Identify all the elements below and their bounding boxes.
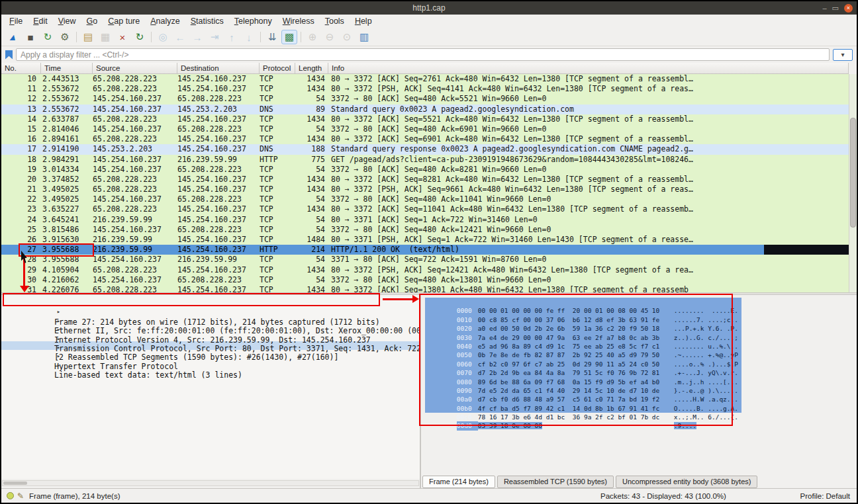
- cell-time: 3.645241: [41, 215, 93, 225]
- separator: [301, 32, 301, 42]
- packet-row[interactable]: 20 3.374852 65.208.228.223 145.254.160.2…: [1, 175, 849, 185]
- byte-view-tab[interactable]: Frame (214 bytes): [422, 476, 495, 488]
- colorize-icon[interactable]: ▩: [281, 30, 297, 44]
- column-header[interactable]: Time: [41, 63, 93, 73]
- hex-bytes: 03 39 18 0e 00 00: [478, 422, 542, 429]
- scrollbar-thumb[interactable]: [850, 118, 856, 228]
- close-button[interactable]: ×: [844, 4, 853, 13]
- hex-offset: 0050: [457, 351, 478, 359]
- packet-row[interactable]: 11 2.553672 65.208.228.223 145.254.160.2…: [1, 84, 849, 94]
- cell-destination: 145.254.160.237: [177, 245, 260, 255]
- menu-tools[interactable]: Tools: [320, 15, 350, 28]
- detail-row[interactable]: ▸ Frame 27: 214 bytes on wire (1712 bits…: [1, 297, 420, 306]
- byte-view-tab[interactable]: Reassembled TCP (1590 bytes): [497, 476, 614, 488]
- column-header[interactable]: Protocol: [260, 63, 295, 73]
- cell-no: 21: [1, 185, 41, 194]
- packet-row[interactable]: 23 3.635227 65.208.228.223 145.254.160.2…: [1, 204, 849, 214]
- byte-view-tab[interactable]: Uncompressed entity body (3608 bytes): [616, 476, 757, 488]
- column-header[interactable]: Length: [295, 63, 328, 73]
- menu-capture-placeholder-unused[interactable]: Cap ture: [103, 15, 145, 28]
- cell-time: 2.814046: [41, 124, 93, 134]
- packet-row[interactable]: 18 2.984291 145.254.160.237 216.239.59.9…: [1, 155, 849, 165]
- cell-no: 14: [1, 114, 41, 124]
- cell-info: 80 → 3372 [ACK] Seq=11041 Ack=480 Win=64…: [328, 204, 849, 214]
- packet-row[interactable]: 22 3.495025 145.254.160.237 65.208.228.2…: [1, 194, 849, 204]
- menu-go[interactable]: Go: [81, 15, 103, 28]
- separator: [151, 32, 152, 42]
- packet-row[interactable]: 15 2.814046 145.254.160.237 65.208.228.2…: [1, 124, 849, 134]
- scrollbar-thumb[interactable]: [3, 482, 27, 485]
- hex-row[interactable]: 000000 00 01 00 00 00 fe ff 20 00 01 00 …: [425, 298, 741, 306]
- menu-file[interactable]: File: [4, 15, 28, 28]
- restart-capture-icon[interactable]: ↻: [40, 30, 56, 44]
- packet-row[interactable]: 31 4.226076 65.208.228.223 145.254.160.2…: [1, 285, 849, 292]
- capture-options-icon[interactable]: ⚙: [57, 30, 73, 44]
- window-title: http1.cap: [412, 3, 445, 13]
- hex-ascii: x..;.M.. 6./...{.: [674, 413, 738, 421]
- cell-length: 1434: [295, 265, 328, 275]
- cell-destination: 145.254.160.237: [177, 204, 260, 214]
- packet-row[interactable]: 24 3.645241 216.239.59.99 145.254.160.23…: [1, 215, 849, 225]
- hex-ascii: }.-.e..@ ).\.....: [674, 387, 738, 394]
- menu-help[interactable]: Help: [350, 15, 377, 28]
- menu-view[interactable]: View: [53, 15, 81, 28]
- cell-no: 15: [1, 124, 41, 134]
- stop-capture-icon[interactable]: ■: [23, 30, 38, 44]
- packet-row[interactable]: 19 3.014334 145.254.160.237 65.208.228.2…: [1, 165, 849, 175]
- menu-telephony[interactable]: Telephony: [229, 15, 277, 28]
- cell-source: 65.208.228.223: [93, 134, 177, 144]
- packet-row[interactable]: 14 2.633787 65.208.228.223 145.254.160.2…: [1, 114, 849, 124]
- minimize-button[interactable]: –: [822, 3, 826, 13]
- packet-row[interactable]: 10 2.443513 65.208.228.223 145.254.160.2…: [1, 74, 849, 84]
- bookmark-icon[interactable]: [5, 50, 13, 60]
- detail-row[interactable]: ▸ Ethernet II, Src: fe:ff:20:00:01:00 (f…: [1, 306, 420, 314]
- cell-length: 54: [295, 124, 328, 134]
- hex-bytes: d7 cb f0 d6 88 48 a9 57 c5 61 c0 71 7a b…: [478, 396, 660, 403]
- column-header[interactable]: Destination: [177, 63, 260, 73]
- cell-length: 188: [295, 144, 328, 154]
- expander-icon[interactable]: ▸: [54, 361, 63, 370]
- cell-protocol: TCP: [260, 255, 295, 265]
- cell-source: 145.254.160.237: [93, 194, 177, 204]
- packet-row[interactable]: 12 2.553672 145.254.160.237 65.208.228.2…: [1, 94, 849, 104]
- cell-protocol: TCP: [260, 194, 295, 204]
- menu-wireless[interactable]: Wireless: [277, 15, 320, 28]
- capture-comment-icon[interactable]: ✎: [17, 491, 24, 501]
- packet-row[interactable]: 21 3.495025 65.208.228.223 145.254.160.2…: [1, 185, 849, 194]
- expert-info-icon[interactable]: [7, 492, 14, 499]
- cell-time: 4.226076: [41, 285, 93, 292]
- packet-row[interactable]: 16 2.894161 65.208.228.223 145.254.160.2…: [1, 134, 849, 144]
- display-filter-input[interactable]: [16, 48, 830, 61]
- menu-statistics[interactable]: Statistics: [185, 15, 229, 28]
- packet-row[interactable]: 28 3.955688 145.254.160.237 216.239.59.9…: [1, 255, 849, 265]
- filter-dropdown-button[interactable]: ▾: [833, 49, 853, 61]
- resize-columns-icon[interactable]: ▥: [356, 30, 372, 44]
- maximize-button[interactable]: ▭: [832, 3, 839, 13]
- cell-destination: 145.254.160.237: [177, 84, 260, 94]
- menu-edit[interactable]: Edit: [28, 15, 53, 28]
- packet-row[interactable]: 25 3.815486 145.254.160.237 65.208.228.2…: [1, 225, 849, 235]
- menu-analyze[interactable]: Analyze: [145, 15, 185, 28]
- packet-row[interactable]: 17 2.914190 145.253.2.203 145.254.160.23…: [1, 144, 849, 154]
- status-profile[interactable]: Profile: Default: [800, 492, 850, 500]
- packet-row[interactable]: 27 3.955688 216.239.59.99 145.254.160.23…: [1, 245, 849, 255]
- reload-file-icon[interactable]: ↻: [132, 30, 148, 44]
- packet-row[interactable]: 29 4.105904 65.208.228.223 145.254.160.2…: [1, 265, 849, 275]
- start-capture-icon[interactable]: ▲: [3, 30, 23, 44]
- hex-bytes: 0b 7e 8e de fb 82 87 87 2b 92 25 40 a5 d…: [478, 351, 660, 358]
- column-header[interactable]: No.: [1, 63, 41, 73]
- open-file-icon[interactable]: ▤: [80, 30, 96, 44]
- cell-no: 31: [1, 285, 41, 292]
- packet-list-scrollbar: [849, 74, 857, 292]
- hex-offset: 0020: [457, 324, 478, 333]
- column-header[interactable]: Source: [93, 63, 177, 73]
- auto-scroll-icon[interactable]: ⇊: [264, 30, 280, 44]
- cell-destination: 65.208.228.223: [177, 275, 260, 285]
- column-header[interactable]: Info: [328, 63, 849, 73]
- cell-no: 19: [1, 165, 41, 175]
- close-file-icon[interactable]: ×: [115, 30, 130, 44]
- cell-destination: 65.208.228.223: [177, 124, 260, 134]
- packet-row[interactable]: 26 3.915630 216.239.59.99 145.254.160.23…: [1, 235, 849, 245]
- packet-row[interactable]: 13 2.553672 145.254.160.237 145.253.2.20…: [1, 105, 849, 114]
- packet-row[interactable]: 30 4.216062 145.254.160.237 65.208.228.2…: [1, 275, 849, 285]
